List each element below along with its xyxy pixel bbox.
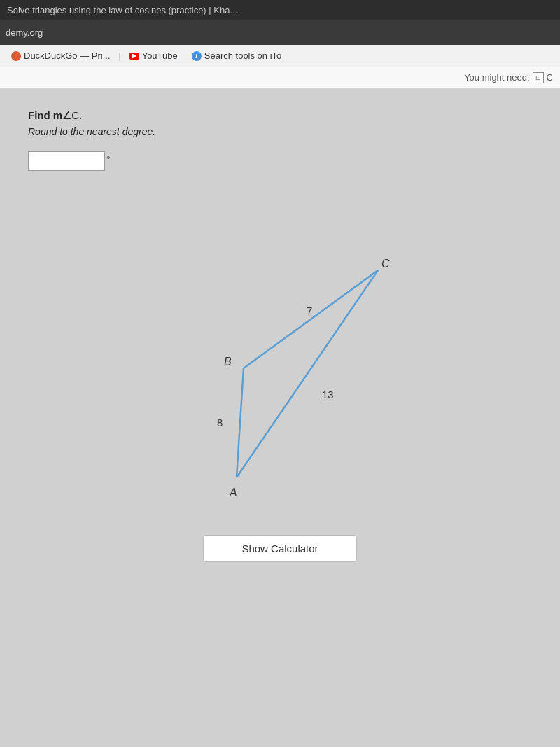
bookmark-youtube-label: YouTube	[142, 50, 178, 61]
vertex-a-label: A	[229, 487, 237, 498]
side-ab-label: 8	[217, 417, 223, 428]
side-bc-label: 7	[307, 305, 312, 316]
svg-line-1	[244, 270, 378, 368]
bookmarks-bar: DuckDuckGo — Pri... | YouTube i Search t…	[0, 45, 560, 67]
svg-line-0	[237, 368, 244, 477]
browser-address-bar: demy.org	[0, 20, 560, 45]
you-might-need-trailing: C	[547, 72, 553, 83]
triangle-diagram: A B C 7 13 8	[133, 185, 427, 521]
bookmark-duckduckgo[interactable]: DuckDuckGo — Pri...	[6, 48, 116, 63]
problem-section: Find m∠C. Round to the nearest degree.	[28, 109, 532, 137]
svg-line-2	[237, 270, 378, 477]
bookmark-sep-1: |	[119, 51, 121, 61]
bookmark-search-tools[interactable]: i Search tools on iTo	[186, 48, 288, 63]
round-text: Round to the nearest degree.	[28, 126, 532, 137]
vertex-c-label: C	[382, 258, 390, 270]
you-might-need-bar: You might need: ⊞ C	[0, 67, 560, 88]
find-label: Find m	[28, 109, 62, 121]
address-text: demy.org	[6, 27, 43, 38]
bookmark-duckduckgo-label: DuckDuckGo — Pri...	[24, 50, 111, 61]
triangle-svg: A B C 7 13 8	[133, 185, 427, 521]
show-calculator-button[interactable]: Show Calculator	[203, 535, 357, 562]
vertex-b-label: B	[224, 356, 232, 368]
find-text: Find m∠C.	[28, 109, 532, 122]
answer-input[interactable]	[28, 151, 105, 171]
browser-top-bar-text: Solve triangles using the law of cosines…	[7, 5, 237, 15]
degree-symbol: °	[106, 154, 111, 165]
youtube-icon	[130, 53, 139, 60]
angle-symbol: ∠C.	[62, 109, 82, 121]
side-ac-label: 13	[322, 389, 334, 400]
browser-top-bar: Solve triangles using the law of cosines…	[0, 0, 560, 20]
bookmark-youtube[interactable]: YouTube	[124, 48, 183, 63]
bookmark-search-tools-label: Search tools on iTo	[204, 50, 282, 61]
info-icon: i	[192, 51, 202, 61]
calculator-icon[interactable]: ⊞	[533, 72, 544, 83]
answer-area: °	[28, 151, 532, 171]
you-might-need-text: You might need:	[464, 72, 529, 83]
main-content: Find m∠C. Round to the nearest degree. °…	[0, 88, 560, 747]
duckduckgo-icon	[11, 51, 21, 61]
